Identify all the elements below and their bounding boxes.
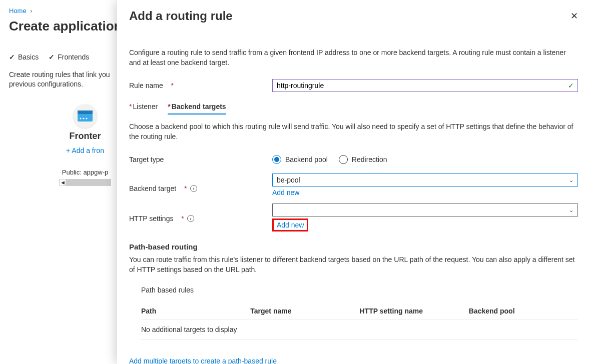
breadcrumb: Home › [9,7,111,14]
step-label: Basics [18,53,39,61]
page-background: Home › Create application Basics Fronten… [0,0,120,193]
breadcrumb-home[interactable]: Home [9,7,27,14]
backend-target-select[interactable]: be-pool ⌄ [272,174,578,186]
radio-label: Redirection [352,156,387,164]
frontend-public-label: Public: appgw-p [59,168,111,176]
close-icon[interactable]: ✕ [570,10,578,22]
horizontal-scrollbar[interactable]: ◀ [59,179,111,186]
path-routing-description: You can route traffic from this rule's l… [129,255,578,274]
svg-point-2 [80,118,81,119]
svg-point-4 [86,118,87,119]
chevron-right-icon: › [30,7,32,14]
frontend-title: Fronter [59,131,111,142]
radio-label: Backend pool [285,156,328,164]
wizard-steps: Basics Frontends [9,53,111,61]
routing-rule-panel: Add a routing rule ✕ Configure a routing… [117,0,590,364]
http-settings-select[interactable]: ⌄ [272,204,578,216]
col-backend-pool: Backend pool [469,307,578,315]
check-icon [49,53,55,61]
http-settings-label: HTTP settings * i [129,204,272,222]
col-http-setting: HTTP setting name [360,307,469,315]
table-empty-row: No additional targets to display [141,320,578,340]
scroll-track[interactable] [66,179,111,186]
panel-description: Configure a routing rule to send traffic… [129,48,578,68]
svg-point-3 [83,118,84,119]
target-type-label: Target type [129,156,272,164]
info-icon[interactable]: i [187,215,194,222]
frontend-icon [73,104,97,128]
panel-title: Add a routing rule [129,9,233,23]
col-target-name: Target name [250,307,359,315]
target-type-radio-group: Backend pool Redirection [272,155,578,164]
radio-redirection[interactable]: Redirection [339,155,387,164]
rule-name-input[interactable] [272,79,578,92]
frontend-card: Fronter + Add a fron Public: appgw-p ◀ [59,104,111,186]
step-frontends[interactable]: Frontends [49,53,89,61]
svg-rect-1 [78,110,93,114]
rule-name-label: Rule name * [129,82,272,90]
radio-backend-pool[interactable]: Backend pool [272,155,328,164]
col-path: Path [141,307,250,315]
path-rules-title: Path based rules [141,286,578,294]
backend-target-label: Backend target * i [129,174,272,192]
chevron-down-icon: ⌄ [569,207,573,214]
add-multiple-targets-link[interactable]: Add multiple targets to create a path-ba… [129,357,277,364]
tab-listener[interactable]: *Listener [129,100,158,114]
select-value: be-pool [277,176,300,184]
backend-description: Choose a backend pool to which this rout… [129,122,578,142]
page-title: Create application [9,18,111,34]
check-icon: ✓ [568,82,574,90]
scroll-left-icon[interactable]: ◀ [59,179,66,186]
step-label: Frontends [58,53,89,61]
tab-backend-targets[interactable]: *Backend targets [168,100,226,114]
add-frontend-link[interactable]: + Add a fron [59,146,111,154]
path-routing-heading: Path-based routing [129,242,578,251]
page-description: Create routing rules that link youprevio… [9,70,111,89]
table-header-row: Path Target name HTTP setting name Backe… [141,303,578,320]
add-new-http-settings-link[interactable]: Add new [272,218,308,232]
chevron-down-icon: ⌄ [569,177,573,184]
rule-tabs: *Listener *Backend targets [129,100,578,114]
path-rules-table: Path based rules Path Target name HTTP s… [129,286,578,340]
info-icon[interactable]: i [190,185,197,192]
step-basics[interactable]: Basics [9,53,39,61]
check-icon [9,53,15,61]
add-new-backend-target-link[interactable]: Add new [272,188,299,196]
